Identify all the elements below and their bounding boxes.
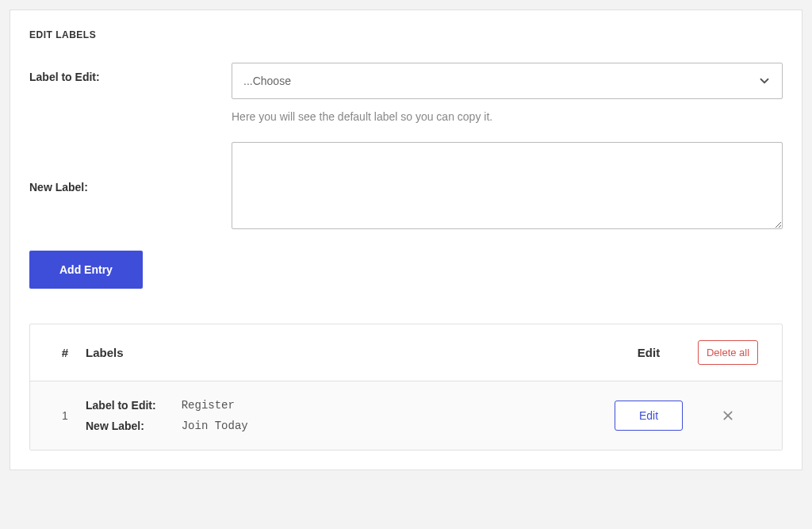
row-delete-cell — [688, 406, 768, 425]
new-label-textarea[interactable] — [232, 142, 783, 229]
close-icon[interactable] — [718, 406, 737, 425]
row-label-values: Register Join Today — [182, 399, 248, 432]
new-label-label: New Label: — [29, 181, 232, 194]
new-label-control — [232, 142, 783, 232]
col-header-edit: Edit — [609, 346, 688, 359]
form-actions: Add Entry — [29, 251, 783, 289]
label-to-edit-control: ...Choose Here you will see the default … — [232, 63, 783, 123]
label-to-edit-row: Label to Edit: ...Choose Here you will s… — [29, 63, 783, 123]
col-header-delete: Delete all — [688, 340, 768, 365]
add-entry-button[interactable]: Add Entry — [29, 251, 143, 289]
label-to-edit-select[interactable]: ...Choose — [232, 63, 783, 99]
col-header-number: # — [44, 346, 86, 359]
delete-all-button[interactable]: Delete all — [698, 340, 758, 365]
row-number: 1 — [44, 409, 86, 422]
labels-table: # Labels Edit Delete all 1 Label to Edit… — [29, 324, 783, 450]
table-header: # Labels Edit Delete all — [30, 324, 782, 381]
row-key-label-to-edit: Label to Edit: — [86, 399, 156, 412]
label-to-edit-select-wrap: ...Choose — [232, 63, 783, 99]
col-header-labels: Labels — [86, 346, 609, 359]
label-to-edit-label: Label to Edit: — [29, 63, 232, 83]
edit-button[interactable]: Edit — [615, 401, 683, 431]
row-key-new-label: New Label: — [86, 420, 156, 432]
row-edit-cell: Edit — [609, 401, 688, 431]
row-val-new-label: Join Today — [182, 420, 248, 432]
new-label-row: New Label: — [29, 142, 783, 232]
row-label-keys: Label to Edit: New Label: — [86, 399, 156, 432]
panel-title: EDIT LABELS — [29, 29, 783, 40]
row-val-label-to-edit: Register — [182, 399, 248, 412]
row-labels-content: Label to Edit: New Label: Register Join … — [86, 399, 609, 432]
edit-labels-panel: EDIT LABELS Label to Edit: ...Choose Her… — [10, 10, 802, 470]
label-to-edit-help: Here you will see the default label so y… — [232, 110, 783, 123]
table-row: 1 Label to Edit: New Label: Register Joi… — [30, 381, 782, 450]
